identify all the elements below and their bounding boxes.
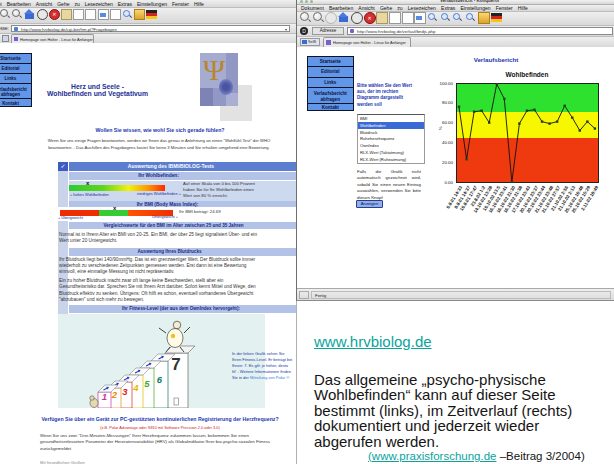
svg-text:7: 7 bbox=[171, 355, 180, 374]
svg-text:6: 6 bbox=[157, 374, 163, 385]
svg-text:3: 3 bbox=[122, 386, 128, 397]
svg-text:1: 1 bbox=[102, 391, 107, 402]
svg-text:4: 4 bbox=[132, 382, 139, 393]
svg-text:5: 5 bbox=[144, 378, 150, 389]
